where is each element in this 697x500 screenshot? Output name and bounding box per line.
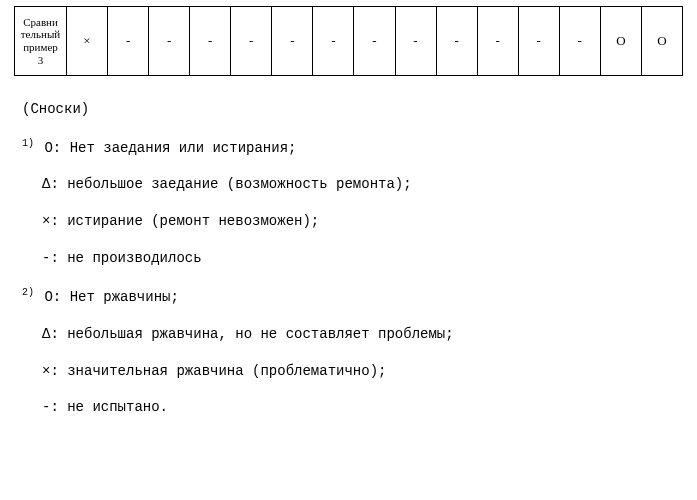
table-cell: × <box>67 7 108 76</box>
footnote-line: Δ: небольшая ржавчина, но не составляет … <box>22 325 683 344</box>
footnote-mark: 2) <box>22 287 34 298</box>
table-cell: O <box>641 7 682 76</box>
table-cell: - <box>231 7 272 76</box>
footnote-line: -: не испытано. <box>22 398 683 417</box>
footnote-line: Δ: небольшое заедание (возможность ремон… <box>22 175 683 194</box>
footnote-line: 1) O: Нет заедания или истирания; <box>22 137 683 158</box>
footnote-line: 2) O: Нет ржавчины; <box>22 286 683 307</box>
table-cell: - <box>313 7 354 76</box>
footnote-text: Δ: небольшое заедание (возможность ремон… <box>42 176 412 192</box>
table-cell: - <box>108 7 149 76</box>
table-cell: - <box>149 7 190 76</box>
footnote-text: ×: истирание (ремонт невозможен); <box>42 213 319 229</box>
row-header-text: Сравнительныйпример3 <box>21 16 60 66</box>
footnote-mark: 1) <box>22 138 34 149</box>
footnote-text: O: Нет ржавчины; <box>44 289 178 305</box>
footnote-line: -: не производилось <box>22 249 683 268</box>
table-cell: - <box>518 7 559 76</box>
table-cell: O <box>600 7 641 76</box>
footnote-text: O: Нет заедания или истирания; <box>44 140 296 156</box>
footnote-text: ×: значительная ржавчина (проблематично)… <box>42 363 386 379</box>
table-cell: - <box>436 7 477 76</box>
footnote-line: ×: истирание (ремонт невозможен); <box>22 212 683 231</box>
table-cell: - <box>395 7 436 76</box>
footnotes: (Сноски) 1) O: Нет заедания или истирани… <box>14 100 683 417</box>
table-cell: - <box>354 7 395 76</box>
table-cell: - <box>477 7 518 76</box>
table-row: Сравнительныйпример3 × - - - - - - - - -… <box>15 7 683 76</box>
table-cell: - <box>190 7 231 76</box>
results-table: Сравнительныйпример3 × - - - - - - - - -… <box>14 6 683 76</box>
footnote-text: -: не производилось <box>42 250 202 266</box>
footnote-text: Δ: небольшая ржавчина, но не составляет … <box>42 326 454 342</box>
row-header: Сравнительныйпример3 <box>15 7 67 76</box>
footnote-line: ×: значительная ржавчина (проблематично)… <box>22 362 683 381</box>
table-cell: - <box>559 7 600 76</box>
footnote-text: -: не испытано. <box>42 399 168 415</box>
footnotes-heading: (Сноски) <box>22 100 683 119</box>
table-cell: - <box>272 7 313 76</box>
